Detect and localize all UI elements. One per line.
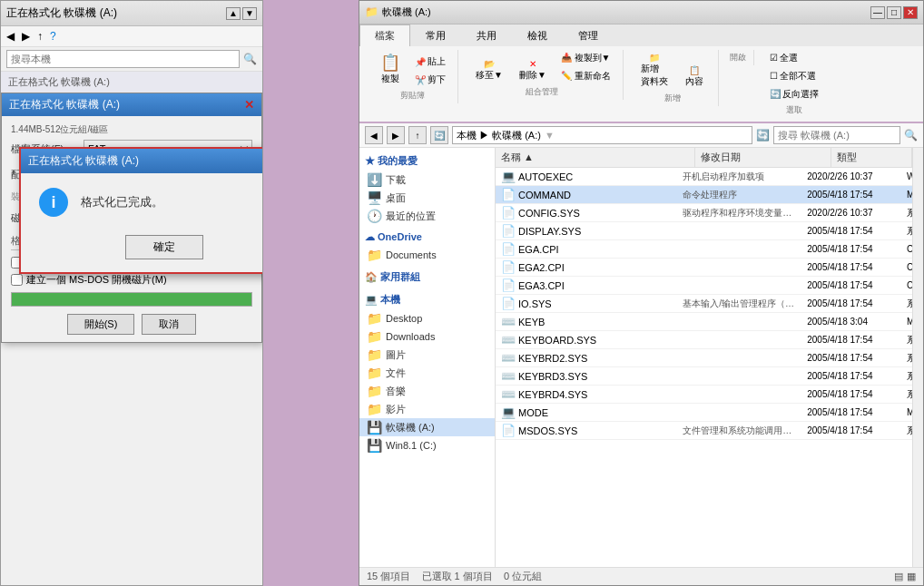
- tab-home[interactable]: 常用: [410, 24, 461, 46]
- delete-btn[interactable]: ✕ 刪除▼: [513, 56, 553, 84]
- properties-btn[interactable]: 📋 內容: [678, 63, 711, 91]
- ribbon: 檔案 常用 共用 檢視 管理 📋 複製 📌貼上: [359, 24, 923, 123]
- new-folder-btn[interactable]: 📁 新增資料夾: [634, 50, 674, 91]
- table-row[interactable]: 📄 CONFIG.SYS 驱动程序和程序环境变量配置文件 2020/2/26 1…: [496, 204, 912, 222]
- help-btn[interactable]: ?: [50, 30, 56, 43]
- search-input[interactable]: [6, 50, 240, 68]
- favorites-header[interactable]: ★ 我的最愛: [359, 151, 495, 171]
- status-bar: 15 個項目 已選取 1 個項目 0 位元組 ▤ ▦: [359, 567, 923, 585]
- view-toggle: ▤ ▦: [894, 571, 916, 582]
- nav-desktop[interactable]: 🖥️ 桌面: [359, 189, 495, 207]
- detail-view-btn[interactable]: ▦: [907, 571, 916, 582]
- addr-refresh-btn[interactable]: 🔄: [430, 126, 448, 144]
- address-path[interactable]: 本機 ▶ 軟碟機 (A:) ▼: [452, 126, 752, 144]
- ok-btn[interactable]: 確定: [125, 235, 203, 259]
- table-row[interactable]: 📄 MSDOS.SYS 文件管理和系统功能调用程序 2005/4/18 17:5…: [496, 422, 912, 440]
- homegroup-header[interactable]: 🏠 家用群組: [359, 268, 495, 287]
- table-row[interactable]: ⌨️ KEYBRD4.SYS 2005/4/18 17:54 系統: [496, 386, 912, 404]
- copy-btn[interactable]: 📋 複製: [374, 50, 407, 88]
- progress-fill: [12, 293, 251, 306]
- left-panel-title: 正在格式化 軟碟機 (A:): [6, 5, 117, 21]
- explorer-maximize[interactable]: □: [887, 6, 901, 19]
- col-name[interactable]: 名稱 ▲: [496, 148, 695, 167]
- nav-desktop-label: 桌面: [386, 191, 406, 205]
- copy-to-btn[interactable]: 📥 複製到▼: [556, 50, 615, 66]
- tab-manage[interactable]: 管理: [563, 24, 614, 46]
- nav-docs2[interactable]: 📁 文件: [359, 364, 495, 382]
- nav-win81[interactable]: 💾 Win8.1 (C:): [359, 436, 495, 454]
- nav-videos[interactable]: 📁 影片: [359, 400, 495, 418]
- nav-documents[interactable]: 📁 Documents: [359, 246, 495, 264]
- search-icon: 🔍: [243, 53, 257, 65]
- title-bar-left: 📁 軟碟機 (A:): [365, 5, 431, 19]
- table-row[interactable]: 📄 DISPLAY.SYS 2005/4/18 17:54 系統: [496, 222, 912, 240]
- col-date[interactable]: 修改日期: [695, 148, 831, 167]
- back-btn[interactable]: ◀: [6, 30, 15, 43]
- table-row[interactable]: 📄 EGA.CPI 2005/4/18 17:54 CPI: [496, 240, 912, 259]
- table-row[interactable]: 📄 COMMAND 命令处理程序 2005/4/18 17:54 MS-I: [496, 186, 912, 204]
- format-close-btn[interactable]: ✕: [244, 98, 254, 112]
- addr-back-btn[interactable]: ◀: [365, 126, 383, 144]
- item-count: 15 個項目: [367, 571, 410, 581]
- rename-btn[interactable]: ✏️ 重新命名: [556, 68, 615, 84]
- forward-btn[interactable]: ▶: [22, 30, 30, 43]
- capacity-label: 1.44MB-512位元組/磁區: [11, 123, 252, 136]
- complete-dialog-title: 正在格式化 軟碟機 (A:) ✕: [21, 149, 262, 173]
- table-row[interactable]: ⌨️ KEYB 2005/4/18 3:04 MS-: [496, 313, 912, 331]
- nav-pc-desktop[interactable]: 📁 Desktop: [359, 309, 495, 327]
- nav-pc-downloads[interactable]: 📁 Downloads: [359, 327, 495, 346]
- paste-btn[interactable]: 📌貼上: [410, 54, 450, 70]
- table-row[interactable]: ⌨️ KEYBRD3.SYS 2005/4/18 17:54 系統: [496, 367, 912, 386]
- maximize-btn[interactable]: ▼: [242, 7, 257, 20]
- complete-body: i 格式化已完成。: [21, 173, 262, 231]
- start-btn[interactable]: 開始(S): [67, 314, 135, 335]
- tab-share[interactable]: 共用: [461, 24, 512, 46]
- nav-downloads[interactable]: ⬇️ 下載: [359, 171, 495, 189]
- file-icon: 💻: [501, 170, 516, 183]
- window-controls: ▲ ▼: [226, 7, 257, 20]
- tab-file[interactable]: 檔案: [359, 24, 410, 46]
- table-row[interactable]: 💻 AUTOEXEC 开机启动程序加载项 2020/2/26 10:37 Win…: [496, 168, 912, 186]
- list-view-btn[interactable]: ▤: [894, 571, 903, 582]
- scrollbar[interactable]: [912, 148, 923, 567]
- addr-forward-btn[interactable]: ▶: [387, 126, 405, 144]
- file-explorer: 📁 軟碟機 (A:) — □ ✕ 檔案 常用 共用 檢視 管理 📋 複製: [359, 0, 924, 586]
- file-list: 名稱 ▲ 修改日期 類型 💻 AUTOEXEC 开机启动程序加载项 2020/2…: [496, 148, 912, 567]
- complete-title-text: 正在格式化 軟碟機 (A:): [28, 153, 139, 169]
- new-label: 新增: [664, 93, 681, 104]
- nav-music[interactable]: 📁 音樂: [359, 382, 495, 400]
- table-row[interactable]: 📄 EGA2.CPI 2005/4/18 17:54 CPI: [496, 259, 912, 277]
- deselect-btn[interactable]: ☐ 全部不選: [765, 68, 824, 84]
- nav-floppy[interactable]: 💾 軟碟機 (A:): [359, 418, 495, 436]
- format-dialog-title: 正在格式化 軟碟機 (A:) ✕: [2, 93, 261, 116]
- minimize-btn[interactable]: ▲: [226, 7, 241, 20]
- left-panel: 正在格式化 軟碟機 (A:) ▲ ▼ ◀ ▶ ↑ ? 🔍 正在格式化 軟碟機 (…: [0, 0, 263, 586]
- table-row[interactable]: 📄 IO.SYS 基本输入/输出管理程序（DOS系统目(隐藏文件) 2005/4…: [496, 295, 912, 313]
- explorer-close[interactable]: ✕: [903, 6, 918, 19]
- col-type[interactable]: 類型: [831, 148, 912, 167]
- thispc-header[interactable]: 💻 本機: [359, 290, 495, 309]
- table-row[interactable]: 📄 EGA3.CPI 2005/4/18 17:54 CPI: [496, 277, 912, 295]
- addr-search-input[interactable]: [773, 126, 900, 144]
- onedrive-header[interactable]: ☁ OneDrive: [359, 229, 495, 246]
- nav-recent[interactable]: 🕐 最近的位置: [359, 207, 495, 225]
- format-complete-dialog: 正在格式化 軟碟機 (A:) ✕ i 格式化已完成。 確定: [19, 147, 262, 274]
- nav-pictures[interactable]: 📁 圖片: [359, 346, 495, 364]
- move-btn[interactable]: 📂 移至▼: [469, 56, 509, 84]
- explorer-minimize[interactable]: —: [870, 6, 885, 19]
- cancel-btn[interactable]: 取消: [142, 314, 196, 335]
- cut-btn[interactable]: ✂️剪下: [410, 72, 450, 88]
- table-row[interactable]: 💻 MODE 2005/4/18 17:54 MS-: [496, 404, 912, 422]
- select-label: 選取: [786, 104, 802, 116]
- invert-select-btn[interactable]: 🔄 反向選擇: [765, 86, 824, 103]
- documents-icon: 📁: [367, 248, 382, 262]
- addr-up-btn[interactable]: ↑: [408, 126, 427, 144]
- tab-view[interactable]: 檢視: [512, 24, 563, 46]
- select-all-btn[interactable]: ☑ 全選: [765, 50, 824, 66]
- up-btn[interactable]: ↑: [37, 30, 43, 43]
- msdos-check[interactable]: [11, 274, 23, 286]
- table-row[interactable]: ⌨️ KEYBOARD.SYS 2005/4/18 17:54 系統: [496, 331, 912, 349]
- ribbon-group-select: ☑ 全選 ☐ 全部不選 🔄 反向選擇 選取: [758, 50, 831, 118]
- properties-icon: 📋: [689, 65, 700, 75]
- table-row[interactable]: ⌨️ KEYBRD2.SYS 2005/4/18 17:54 系統: [496, 349, 912, 367]
